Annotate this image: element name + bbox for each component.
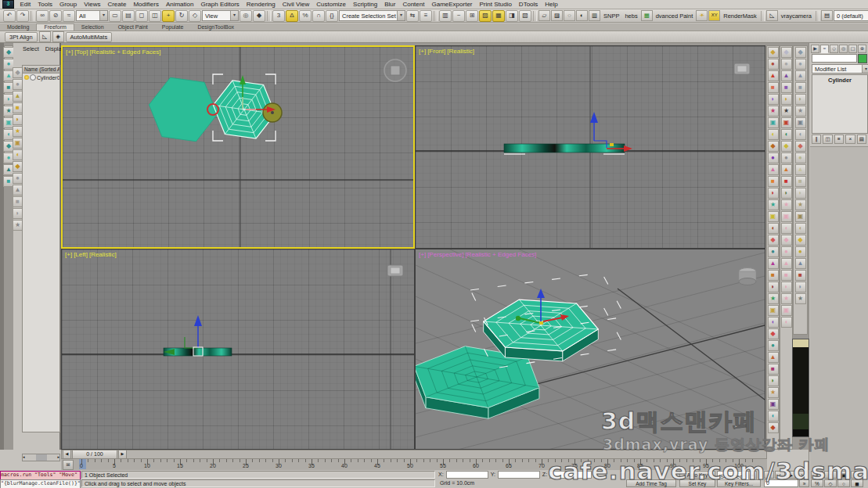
menu-content[interactable]: Content — [399, 1, 428, 8]
menu-edit[interactable]: Edit — [16, 1, 34, 8]
custom-script-icon[interactable]: ■ — [795, 82, 806, 93]
custom-script-icon[interactable]: ◌ — [564, 10, 575, 21]
custom-script-icon[interactable]: ◖ — [768, 411, 779, 422]
custom-script-icon[interactable]: ◗ — [768, 94, 779, 105]
custom-script-icon[interactable]: ■ — [768, 270, 779, 281]
explorer-name-column-header[interactable]: Name (Sorted Asce — [23, 66, 59, 74]
custom-script-icon[interactable]: ▲ — [781, 164, 792, 175]
align[interactable]: ≡ — [420, 10, 432, 22]
remove-modifier-button[interactable]: × — [845, 135, 855, 144]
custom-script-icon[interactable]: ◖ — [781, 223, 792, 234]
configure-modifier-sets-button[interactable]: ▤ — [857, 135, 866, 144]
fov-button[interactable]: % — [811, 479, 823, 487]
advanced-paint-button[interactable]: dvanced Paint — [654, 13, 696, 20]
custom-script-icon[interactable]: ▣ — [768, 399, 779, 410]
add-time-tag-button[interactable]: Add Time Tag — [626, 479, 676, 487]
custom-script-icon[interactable]: ◗ — [781, 94, 792, 105]
snpp-button[interactable]: SNPP — [601, 13, 621, 20]
vray-camera-icon[interactable]: ◺ — [766, 10, 778, 21]
custom-script-icon[interactable]: ◗ — [795, 94, 806, 105]
angle-snap-toggle[interactable]: Δ — [286, 10, 298, 22]
custom-script-icon[interactable]: ▲ — [781, 70, 792, 81]
custom-script-icon[interactable]: ◗ — [795, 282, 806, 292]
next-frame-button[interactable]: › — [797, 471, 807, 479]
custom-script-icon[interactable]: ■ — [795, 270, 806, 281]
custom-script-icon[interactable]: ◆ — [795, 47, 806, 58]
menu-help[interactable]: Help — [542, 1, 561, 8]
custom-script-icon[interactable]: ▱ — [538, 10, 550, 21]
toggle-scene-explorer[interactable]: ▥ — [439, 10, 452, 22]
current-frame-field[interactable]: 0 — [764, 479, 798, 487]
custom-script-icon[interactable]: ◆ — [795, 235, 806, 246]
select-by-name[interactable]: ▤ — [122, 10, 135, 22]
modifier-stack-item[interactable]: Cylinder — [812, 75, 867, 84]
custom-script-icon[interactable]: ▲ — [768, 70, 779, 81]
select-and-move[interactable]: + — [162, 10, 175, 22]
display-tab[interactable]: ▢ — [848, 45, 857, 53]
custom-script-icon[interactable]: ◆ — [768, 328, 779, 339]
show-end-result-button[interactable]: ◫ — [823, 135, 832, 144]
modifier-list-dropdown[interactable]: Modifier List▾ — [812, 64, 868, 74]
rectangular-selection-region[interactable]: ◻ — [135, 10, 148, 22]
pan-button[interactable]: ◇ — [824, 479, 837, 487]
time-slider-next-key[interactable]: ▶ — [118, 450, 127, 459]
menu-gameexporter[interactable]: GameExporter — [428, 1, 476, 8]
custom-script-icon[interactable]: ■ — [781, 270, 792, 281]
custom-script-icon[interactable]: ▣ — [781, 211, 792, 222]
menu-civil-view[interactable]: Civil View — [279, 1, 313, 8]
custom-script-icon[interactable]: ◆ — [768, 422, 779, 433]
menu-print-studio[interactable]: Print Studio — [476, 1, 515, 8]
home-tool-icon[interactable]: ◈ — [52, 31, 64, 42]
custom-script-icon[interactable]: ★ — [795, 106, 806, 117]
utilities-tab[interactable]: ⊕ — [858, 45, 866, 53]
maximize-viewport-button[interactable]: ◼ — [851, 479, 863, 487]
custom-script-icon[interactable]: ■ — [781, 176, 792, 187]
key-filters-button[interactable]: Key Filters... — [717, 479, 761, 487]
menu-create[interactable]: Create — [104, 1, 130, 8]
custom-script-icon[interactable]: ◐ — [576, 10, 588, 21]
set-key-button[interactable]: Set Key — [679, 479, 715, 487]
custom-script-icon[interactable]: ◗ — [768, 282, 779, 292]
custom-script-icon[interactable]: ★ — [768, 387, 779, 398]
custom-script-icon[interactable]: ◖ — [781, 317, 792, 328]
go-to-start-button[interactable]: « — [764, 471, 774, 479]
custom-script-icon[interactable]: ● — [781, 152, 792, 163]
selection-filter-dropdown[interactable]: All▾ — [76, 10, 108, 21]
viewport-left[interactable]: [+][Left][Realistic] — [61, 249, 415, 450]
custom-script-icon[interactable]: ▲ — [781, 258, 792, 269]
custom-script-icon[interactable]: ★ — [781, 106, 792, 117]
play-button[interactable]: ▶ — [786, 471, 796, 479]
custom-script-icon[interactable]: ◆ — [768, 141, 779, 152]
menu-graph-editors[interactable]: Graph Editors — [197, 1, 243, 8]
rendered-frame-window[interactable]: ◨ — [506, 10, 518, 22]
select-and-link[interactable]: ∞ — [36, 10, 49, 22]
menu-customize[interactable]: Customize — [313, 1, 350, 8]
viewport-top-label[interactable]: [+][Top][Realistic + Edged Faces] — [66, 48, 160, 56]
custom-script-icon[interactable]: ★ — [768, 199, 779, 210]
layer-manager-icon[interactable]: ▤ — [821, 10, 833, 21]
object-color-swatch[interactable] — [858, 54, 867, 63]
custom-script-icon[interactable]: ◆ — [768, 47, 779, 58]
track-bar[interactable]: 0510152025303540455055606570758085909510… — [61, 459, 767, 471]
ribbon-tab-populate[interactable]: Populate — [155, 24, 191, 30]
pin-stack-button[interactable]: ∥ — [812, 135, 821, 144]
custom-script-icon[interactable]: ● — [768, 246, 779, 257]
time-slider-handle[interactable]: 0 / 100 — [72, 450, 117, 459]
explorer-object-row[interactable]: Cylinder00 — [23, 74, 59, 81]
custom-script-icon[interactable]: ◆ — [781, 235, 792, 246]
viewport-left-canvas[interactable] — [62, 249, 414, 449]
custom-script-icon[interactable]: ◖ — [768, 223, 779, 234]
viewport-perspective[interactable]: [+][Perspective][Realistic + Edged Faces… — [415, 249, 765, 450]
custom-script-icon[interactable]: ◖ — [795, 129, 806, 140]
auto-key-button[interactable]: Auto Key — [679, 471, 715, 479]
mirror[interactable]: ⇆ — [406, 10, 419, 22]
custom-script-icon[interactable]: ◆ — [781, 141, 792, 152]
track-bar-mode-icon[interactable]: ⊞ — [63, 460, 74, 470]
time-slider-prev-key[interactable]: ◀ — [63, 450, 71, 459]
zoom-button[interactable]: + — [811, 471, 823, 479]
custom-script-icon[interactable]: ● — [781, 59, 792, 70]
menu-modifiers[interactable]: Modifiers — [130, 1, 162, 8]
ribbon-tab-freeform[interactable]: Freeform — [36, 23, 74, 30]
hierarchy-tab[interactable]: ◇ — [830, 45, 838, 53]
menu-blur[interactable]: Blur — [381, 1, 399, 8]
